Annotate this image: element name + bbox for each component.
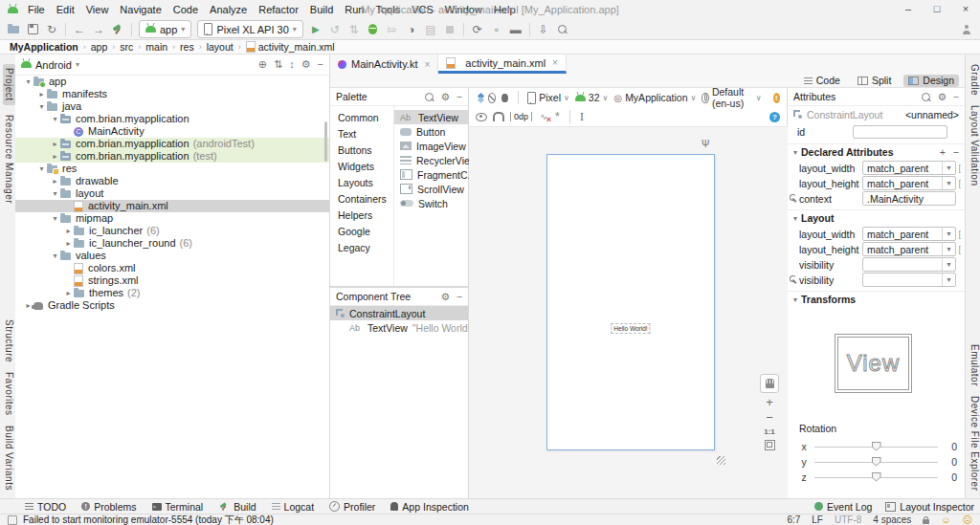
- locale-menu[interactable]: Default (en-us)∨: [702, 86, 761, 109]
- menu-item-build[interactable]: Build: [304, 0, 339, 19]
- mode-button-split[interactable]: Split: [853, 75, 896, 87]
- palette-category-containers[interactable]: Containers: [330, 191, 393, 208]
- expand-all-icon[interactable]: ⇅: [274, 58, 282, 71]
- settings-gear-icon[interactable]: ⚙: [440, 91, 449, 102]
- tree-item-strings-xml[interactable]: strings.xml: [15, 274, 329, 287]
- hide-panel-icon[interactable]: −: [953, 91, 959, 102]
- night-mode-icon[interactable]: [501, 94, 507, 102]
- maximize-button[interactable]: □: [923, 0, 951, 19]
- tool-window-button-profiler[interactable]: Profiler: [329, 501, 375, 513]
- attribute-value-dropdown[interactable]: ▼: [862, 273, 956, 287]
- settings-gear-icon[interactable]: ⚙: [937, 91, 946, 102]
- clear-constraints-icon[interactable]: ∿: [538, 112, 549, 122]
- close-icon[interactable]: ×: [424, 59, 430, 70]
- tool-stripe-favorites[interactable]: Favorites: [4, 372, 14, 416]
- tree-item-values[interactable]: ▾values: [15, 250, 329, 262]
- profile-icon[interactable]: ◑: [402, 21, 421, 38]
- palette-item-recyclerview[interactable]: RecyclerView: [394, 153, 468, 167]
- toolwindow-toggle-icon[interactable]: [8, 515, 17, 525]
- breadcrumb-item[interactable]: src: [118, 41, 135, 53]
- dropdown-arrow-icon[interactable]: ▼: [942, 243, 955, 255]
- attribute-value-dropdown[interactable]: match_parent▼: [862, 227, 956, 241]
- section-header-declared-attributes[interactable]: ▾Declared Attributes+−: [788, 143, 965, 160]
- caret-position[interactable]: 6:7: [787, 514, 800, 525]
- tool-window-button-app-inspection[interactable]: App Inspection: [390, 501, 468, 513]
- menu-item-file[interactable]: File: [22, 0, 51, 19]
- stop-icon[interactable]: [440, 21, 459, 38]
- slider-track[interactable]: [814, 462, 938, 463]
- device-screen-preview[interactable]: Hello World!: [546, 154, 715, 450]
- locate-icon[interactable]: ⊕: [258, 58, 267, 71]
- tool-window-button-event-log[interactable]: Event Log: [814, 501, 872, 513]
- palette-category-common[interactable]: Common: [330, 110, 393, 126]
- zoom-ratio-button[interactable]: 1:1: [764, 427, 775, 436]
- apply-changes-icon[interactable]: ↺: [325, 21, 345, 38]
- breadcrumb-item[interactable]: MyApplication: [8, 41, 80, 53]
- palette-item-textview[interactable]: AbTextView: [394, 110, 468, 124]
- tree-item-com-brian-myapplication[interactable]: ▾com.brian.myapplication: [15, 113, 329, 125]
- tree-chevron-icon[interactable]: ▾: [36, 163, 47, 175]
- close-button[interactable]: ×: [951, 0, 980, 19]
- tree-chevron-icon[interactable]: ▾: [50, 187, 60, 200]
- tree-chevron-icon[interactable]: ▸: [63, 287, 74, 299]
- settings-gear-icon[interactable]: ⚙: [440, 291, 449, 302]
- save-all-icon[interactable]: [23, 21, 42, 38]
- project-view-selector[interactable]: Android: [35, 59, 72, 71]
- palette-item-scrollview[interactable]: ScrollView: [394, 182, 468, 196]
- dropdown-arrow-icon[interactable]: ▼: [942, 228, 955, 240]
- remove-attribute-button[interactable]: −: [953, 146, 959, 158]
- tree-item-com-brian-myapplication[interactable]: ▸com.brian.myapplication(androidTest): [15, 138, 329, 150]
- settings-gear-icon[interactable]: ⚙: [301, 58, 311, 71]
- tool-stripe-device-file-explorer[interactable]: Device File Explorer: [969, 396, 980, 491]
- tree-item-ic-launcher-round[interactable]: ▸ic_launcher_round(6): [15, 237, 329, 250]
- menu-item-tools[interactable]: Tools: [369, 0, 406, 19]
- design-canvas[interactable]: Ψ Hello World! + − 1:1: [469, 126, 788, 498]
- tool-window-button-problems[interactable]: !Problems: [81, 501, 136, 513]
- device-selector[interactable]: Pixel XL API 30 ▾: [197, 20, 302, 38]
- palette-item-fragmentc-[interactable]: FragmentC...: [394, 167, 468, 182]
- tool-window-button-terminal[interactable]: >Terminal: [152, 501, 204, 513]
- tree-chevron-icon[interactable]: ▸: [50, 175, 60, 187]
- section-header-layout[interactable]: ▾Layout: [788, 209, 965, 226]
- tree-item-themes[interactable]: ▸themes(2): [15, 287, 329, 299]
- tree-item-drawable[interactable]: ▸drawable: [15, 175, 329, 187]
- id-input[interactable]: [853, 125, 947, 139]
- tool-stripe-emulator[interactable]: Emulator: [969, 344, 980, 386]
- tree-chevron-icon[interactable]: ▾: [36, 100, 47, 113]
- api-version-menu[interactable]: 32∨: [575, 92, 609, 103]
- palette-item-button[interactable]: Button: [394, 124, 468, 139]
- tab-activity-main-xml[interactable]: activity_main.xml×: [438, 55, 567, 74]
- tree-chevron-icon[interactable]: ▸: [36, 88, 47, 100]
- default-margin-selector[interactable]: 0dp: [510, 112, 532, 121]
- palette-category-helpers[interactable]: Helpers: [330, 208, 393, 224]
- palette-category-widgets[interactable]: Widgets: [330, 159, 393, 175]
- palette-category-layouts[interactable]: Layouts: [330, 175, 393, 191]
- dropdown-arrow-icon[interactable]: ▼: [942, 273, 955, 286]
- breadcrumb-file[interactable]: activity_main.xml: [244, 41, 337, 53]
- sync-project-gradle-icon[interactable]: ⟳: [468, 21, 487, 38]
- tree-item-res[interactable]: ▾res: [15, 163, 329, 175]
- section-header-transforms[interactable]: ▾Transforms: [788, 291, 965, 307]
- palette-item-imageview[interactable]: ImageView: [394, 139, 468, 153]
- tool-window-button-build[interactable]: Build: [218, 501, 256, 513]
- tree-chevron-icon[interactable]: ▾: [50, 113, 60, 125]
- dropdown-arrow-icon[interactable]: ▼: [942, 177, 955, 189]
- component-tree-item-constraintlayout[interactable]: ConstraintLayout: [330, 306, 468, 320]
- tree-chevron-icon[interactable]: ▾: [50, 212, 60, 225]
- attribute-value-dropdown[interactable]: match_parent▼: [862, 176, 956, 190]
- tree-item-mipmap[interactable]: ▾mipmap: [15, 212, 329, 225]
- zoom-fit-icon[interactable]: [765, 440, 775, 450]
- tool-stripe-structure[interactable]: Structure: [4, 319, 14, 362]
- orientation-icon[interactable]: [488, 93, 496, 103]
- apply-code-changes-icon[interactable]: ⇅: [345, 21, 364, 38]
- tool-window-button-todo[interactable]: TODO: [25, 501, 66, 513]
- tree-item-mainactivity[interactable]: CMainActivity: [15, 125, 329, 138]
- attribute-value-dropdown[interactable]: ▼: [862, 257, 956, 272]
- design-surface-selector-icon[interactable]: [476, 93, 482, 102]
- tree-item-com-brian-myapplication[interactable]: ▸com.brian.myapplication(test): [15, 150, 329, 163]
- dropdown-arrow-icon[interactable]: ▼: [942, 258, 955, 271]
- breadcrumb-item[interactable]: res: [178, 41, 196, 53]
- attribute-value-input[interactable]: .MainActivity: [862, 191, 956, 206]
- pan-hand-icon[interactable]: [760, 374, 779, 393]
- tree-chevron-icon[interactable]: ▸: [50, 150, 60, 163]
